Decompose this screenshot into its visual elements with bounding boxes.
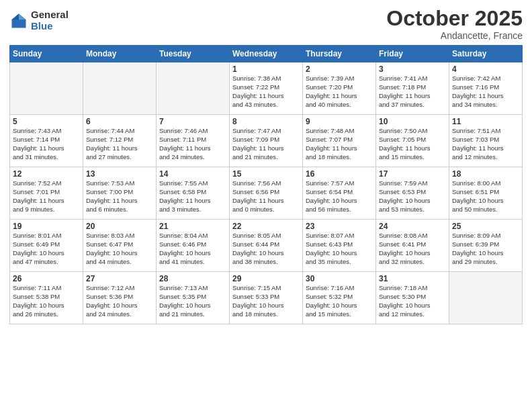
day-info: Sunrise: 7:39 AM Sunset: 7:20 PM Dayligh… [306,75,373,109]
calendar-cell: 10Sunrise: 7:50 AM Sunset: 7:05 PM Dayli… [376,115,449,167]
day-info: Sunrise: 7:38 AM Sunset: 7:22 PM Dayligh… [232,75,300,109]
calendar-cell: 4Sunrise: 7:42 AM Sunset: 7:16 PM Daylig… [449,62,523,115]
calendar-cell [10,62,83,115]
logo-text: General Blue [31,9,69,32]
day-number: 29 [232,274,300,283]
day-info: Sunrise: 8:07 AM Sunset: 6:43 PM Dayligh… [306,232,373,266]
day-number: 22 [232,222,300,231]
logo-general-text: General [31,9,69,21]
day-number: 6 [86,117,153,126]
day-number: 28 [159,274,226,283]
day-info: Sunrise: 7:48 AM Sunset: 7:07 PM Dayligh… [306,127,373,161]
calendar-cell: 22Sunrise: 8:05 AM Sunset: 6:44 PM Dayli… [230,220,303,272]
day-info: Sunrise: 8:03 AM Sunset: 6:47 PM Dayligh… [86,232,153,266]
col-sunday: Sunday [10,46,83,62]
week-row-5: 26Sunrise: 7:11 AM Sunset: 5:38 PM Dayli… [10,272,523,324]
col-monday: Monday [83,46,157,62]
week-row-1: 1Sunrise: 7:38 AM Sunset: 7:22 PM Daylig… [10,62,523,115]
calendar-cell: 21Sunrise: 8:04 AM Sunset: 6:46 PM Dayli… [157,220,230,272]
day-info: Sunrise: 7:55 AM Sunset: 6:58 PM Dayligh… [159,179,226,214]
calendar-cell: 30Sunrise: 7:16 AM Sunset: 5:32 PM Dayli… [303,272,376,324]
day-info: Sunrise: 8:08 AM Sunset: 6:41 PM Dayligh… [379,232,446,266]
day-info: Sunrise: 7:56 AM Sunset: 6:56 PM Dayligh… [232,179,300,214]
location-text: Andancette, France [386,30,523,41]
month-title: October 2025 [386,7,523,30]
calendar-cell: 28Sunrise: 7:13 AM Sunset: 5:35 PM Dayli… [157,272,230,324]
svg-marker-2 [12,13,19,19]
calendar-cell: 11Sunrise: 7:51 AM Sunset: 7:03 PM Dayli… [449,115,523,167]
page-container: General Blue October 2025 Andancette, Fr… [0,0,532,330]
col-wednesday: Wednesday [230,46,303,62]
day-info: Sunrise: 7:44 AM Sunset: 7:12 PM Dayligh… [86,127,153,161]
day-info: Sunrise: 7:47 AM Sunset: 7:09 PM Dayligh… [232,127,300,161]
week-row-2: 5Sunrise: 7:43 AM Sunset: 7:14 PM Daylig… [10,115,523,167]
day-info: Sunrise: 7:42 AM Sunset: 7:16 PM Dayligh… [452,75,519,109]
day-number: 21 [159,222,226,231]
day-info: Sunrise: 7:52 AM Sunset: 7:01 PM Dayligh… [13,179,80,214]
calendar-table: Sunday Monday Tuesday Wednesday Thursday… [9,45,523,324]
day-info: Sunrise: 8:04 AM Sunset: 6:46 PM Dayligh… [159,232,226,266]
calendar-cell: 5Sunrise: 7:43 AM Sunset: 7:14 PM Daylig… [10,115,83,167]
col-tuesday: Tuesday [157,46,230,62]
day-number: 30 [306,274,373,283]
calendar-cell: 19Sunrise: 8:01 AM Sunset: 6:49 PM Dayli… [10,220,83,272]
calendar-cell: 31Sunrise: 7:18 AM Sunset: 5:30 PM Dayli… [376,272,449,324]
col-friday: Friday [376,46,449,62]
day-number: 20 [86,222,153,231]
day-number: 10 [379,117,446,126]
logo-blue-text: Blue [31,21,69,32]
day-info: Sunrise: 7:50 AM Sunset: 7:05 PM Dayligh… [379,127,446,161]
calendar-cell: 23Sunrise: 8:07 AM Sunset: 6:43 PM Dayli… [303,220,376,272]
day-number: 27 [86,274,153,283]
day-number: 4 [452,64,519,74]
calendar-cell: 2Sunrise: 7:39 AM Sunset: 7:20 PM Daylig… [303,62,376,115]
logo-icon [9,11,28,30]
day-number: 12 [13,169,80,179]
day-number: 24 [379,222,446,231]
svg-marker-1 [19,13,26,19]
day-info: Sunrise: 7:41 AM Sunset: 7:18 PM Dayligh… [379,75,446,109]
calendar-cell: 13Sunrise: 7:53 AM Sunset: 7:00 PM Dayli… [83,167,157,220]
calendar-cell [83,62,157,115]
day-info: Sunrise: 8:05 AM Sunset: 6:44 PM Dayligh… [232,232,300,266]
day-info: Sunrise: 8:01 AM Sunset: 6:49 PM Dayligh… [13,232,80,266]
day-number: 25 [452,222,519,231]
day-number: 5 [13,117,80,126]
day-info: Sunrise: 7:46 AM Sunset: 7:11 PM Dayligh… [159,127,226,161]
day-number: 14 [159,169,226,179]
col-thursday: Thursday [303,46,376,62]
day-number: 26 [13,274,80,283]
day-number: 18 [452,169,519,179]
calendar-cell: 3Sunrise: 7:41 AM Sunset: 7:18 PM Daylig… [376,62,449,115]
day-info: Sunrise: 7:53 AM Sunset: 7:00 PM Dayligh… [86,179,153,214]
day-number: 15 [232,169,300,179]
logo: General Blue [9,9,69,32]
day-info: Sunrise: 7:43 AM Sunset: 7:14 PM Dayligh… [13,127,80,161]
calendar-cell: 29Sunrise: 7:15 AM Sunset: 5:33 PM Dayli… [230,272,303,324]
day-number: 2 [306,64,373,74]
calendar-cell: 15Sunrise: 7:56 AM Sunset: 6:56 PM Dayli… [230,167,303,220]
calendar-cell: 7Sunrise: 7:46 AM Sunset: 7:11 PM Daylig… [157,115,230,167]
calendar-cell: 8Sunrise: 7:47 AM Sunset: 7:09 PM Daylig… [230,115,303,167]
day-info: Sunrise: 8:00 AM Sunset: 6:51 PM Dayligh… [452,179,519,214]
calendar-cell: 25Sunrise: 8:09 AM Sunset: 6:39 PM Dayli… [449,220,523,272]
day-info: Sunrise: 7:51 AM Sunset: 7:03 PM Dayligh… [452,127,519,161]
calendar-cell: 1Sunrise: 7:38 AM Sunset: 7:22 PM Daylig… [230,62,303,115]
col-saturday: Saturday [449,46,523,62]
calendar-cell: 9Sunrise: 7:48 AM Sunset: 7:07 PM Daylig… [303,115,376,167]
day-number: 1 [232,64,300,74]
day-info: Sunrise: 7:13 AM Sunset: 5:35 PM Dayligh… [159,284,226,318]
title-block: October 2025 Andancette, France [386,7,523,41]
calendar-header-row: Sunday Monday Tuesday Wednesday Thursday… [10,46,523,62]
day-info: Sunrise: 7:15 AM Sunset: 5:33 PM Dayligh… [232,284,300,318]
day-info: Sunrise: 7:16 AM Sunset: 5:32 PM Dayligh… [306,284,373,318]
day-info: Sunrise: 7:12 AM Sunset: 5:36 PM Dayligh… [86,284,153,318]
day-info: Sunrise: 7:57 AM Sunset: 6:54 PM Dayligh… [306,179,373,214]
calendar-cell: 14Sunrise: 7:55 AM Sunset: 6:58 PM Dayli… [157,167,230,220]
day-info: Sunrise: 7:11 AM Sunset: 5:38 PM Dayligh… [13,284,80,318]
day-number: 13 [86,169,153,179]
day-number: 7 [159,117,226,126]
calendar-cell: 27Sunrise: 7:12 AM Sunset: 5:36 PM Dayli… [83,272,157,324]
day-number: 3 [379,64,446,74]
day-number: 9 [306,117,373,126]
